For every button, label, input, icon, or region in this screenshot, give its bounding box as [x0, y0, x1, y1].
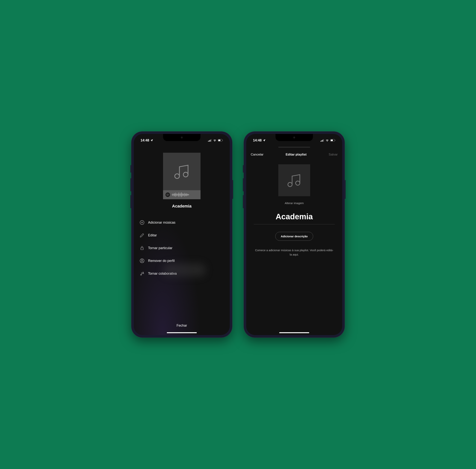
screen: 14:48 — [134, 134, 230, 335]
playlist-name-input[interactable]: Academia — [254, 212, 335, 224]
home-indicator[interactable] — [279, 332, 309, 333]
cellular-icon — [320, 139, 324, 142]
change-image-button[interactable]: Alterar imagem — [285, 201, 304, 205]
spotify-icon — [165, 192, 170, 197]
svg-rect-11 — [141, 248, 143, 250]
plus-circle-icon — [139, 220, 145, 225]
cancel-button[interactable]: Cancelar — [251, 153, 264, 156]
svg-point-24 — [296, 181, 300, 185]
edit-sheet: Cancelar Editar playlist Salvar Alterar … — [246, 149, 342, 335]
menu-make-private[interactable]: Tornar particular — [139, 245, 224, 251]
status-time: 14:48 — [141, 138, 149, 142]
battery-icon — [330, 139, 335, 142]
sheet-grabber-peek — [278, 147, 310, 148]
sheet-title: Editar playlist — [286, 153, 306, 156]
location-icon — [263, 139, 266, 142]
menu-edit[interactable]: Editar — [139, 233, 224, 238]
wifi-icon — [213, 139, 217, 142]
notch — [275, 134, 313, 141]
spotify-code-bars — [172, 190, 189, 199]
location-icon — [150, 139, 153, 142]
menu-add-songs[interactable]: Adicionar músicas — [139, 220, 224, 225]
svg-rect-16 — [320, 141, 321, 142]
pencil-icon — [139, 233, 145, 238]
music-note-icon — [286, 172, 303, 189]
svg-point-8 — [183, 172, 188, 177]
save-button[interactable]: Salvar — [329, 153, 338, 156]
svg-point-13 — [142, 260, 143, 261]
wifi-icon — [325, 139, 329, 142]
menu-label: Remover do perfil — [148, 259, 175, 263]
svg-rect-19 — [323, 139, 324, 142]
menu-label: Tornar particular — [148, 246, 173, 250]
svg-rect-5 — [218, 140, 220, 141]
menu-remove-profile[interactable]: Remover do perfil — [139, 258, 224, 263]
playlist-cover[interactable] — [278, 164, 310, 196]
notch — [163, 134, 201, 141]
playlist-cover[interactable] — [163, 153, 201, 190]
svg-rect-22 — [335, 140, 335, 141]
close-button[interactable]: Fechar — [176, 324, 187, 328]
home-indicator[interactable] — [167, 332, 197, 333]
lock-icon — [139, 245, 145, 251]
status-time: 14:48 — [253, 138, 262, 142]
svg-rect-1 — [209, 140, 209, 142]
svg-rect-6 — [222, 140, 223, 141]
collaborative-icon — [139, 271, 145, 276]
help-text: Comece a adicionar músicas à sua playlis… — [255, 248, 333, 257]
spotify-code[interactable] — [163, 190, 201, 199]
menu-label: Editar — [148, 233, 157, 237]
svg-rect-2 — [210, 140, 210, 142]
svg-rect-18 — [322, 140, 323, 142]
phone-frame: 14:48 — [131, 131, 232, 338]
screen: 14:48 — [246, 134, 342, 335]
svg-rect-17 — [321, 140, 322, 142]
svg-rect-0 — [208, 141, 208, 142]
playlist-title: Academia — [172, 204, 191, 209]
add-description-button[interactable]: Adicionar descrição — [275, 232, 313, 241]
user-circle-icon — [139, 258, 145, 263]
menu-label: Adicionar músicas — [148, 221, 175, 225]
cellular-icon — [208, 139, 212, 142]
battery-icon — [218, 139, 223, 142]
music-note-icon — [173, 162, 191, 181]
svg-point-15 — [143, 272, 143, 273]
sheet-header: Cancelar Editar playlist Salvar — [246, 149, 342, 161]
phone-frame: 14:48 — [244, 131, 345, 338]
svg-point-23 — [288, 182, 292, 187]
blur-overlay — [163, 263, 206, 277]
svg-rect-21 — [331, 140, 333, 141]
svg-rect-3 — [211, 139, 211, 142]
svg-point-7 — [175, 174, 179, 179]
